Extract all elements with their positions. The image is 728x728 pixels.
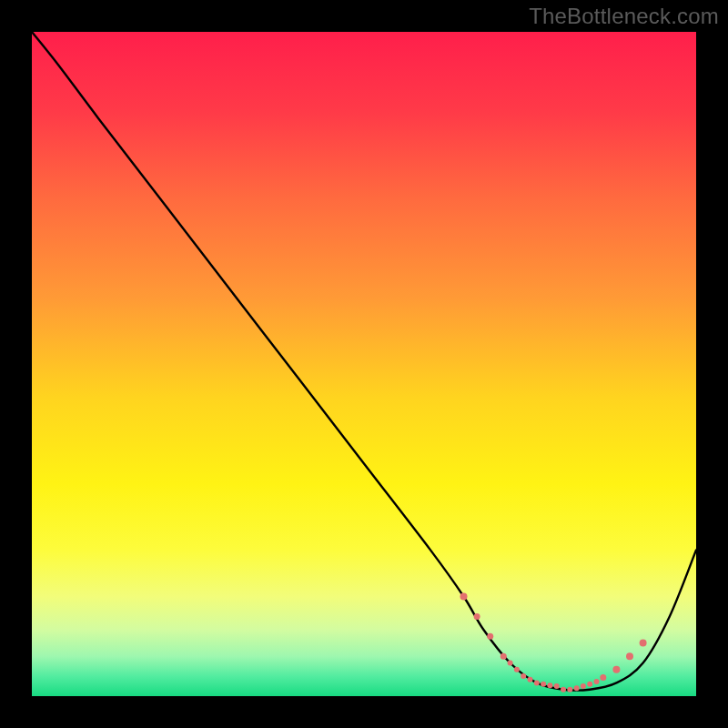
bottleneck-curve: [32, 32, 696, 691]
valley-dot: [547, 682, 552, 688]
valley-dot: [500, 653, 507, 660]
watermark-text: TheBottleneck.com: [529, 4, 719, 29]
valley-dot: [640, 640, 647, 647]
valley-dot: [474, 613, 480, 620]
valley-dot: [508, 661, 513, 666]
valley-dot: [561, 687, 566, 693]
valley-dot: [587, 682, 592, 687]
valley-dot: [460, 593, 468, 601]
valley-dot: [554, 683, 560, 689]
valley-dot: [514, 667, 520, 672]
valley-dot: [594, 679, 600, 684]
valley-dot: [574, 685, 580, 691]
curve-layer: [32, 32, 696, 696]
valley-dot: [600, 674, 606, 681]
chart-frame: TheBottleneck.com: [0, 0, 728, 728]
valley-dot: [612, 666, 620, 673]
valley-dot: [528, 677, 533, 682]
valley-markers: [460, 593, 647, 693]
valley-dot: [541, 682, 546, 687]
valley-dot: [567, 687, 572, 693]
plot-area: [32, 32, 696, 696]
valley-dot: [581, 683, 586, 689]
valley-dot: [487, 633, 493, 640]
valley-dot: [626, 652, 633, 660]
valley-dot: [534, 680, 540, 685]
valley-dot: [521, 673, 526, 679]
